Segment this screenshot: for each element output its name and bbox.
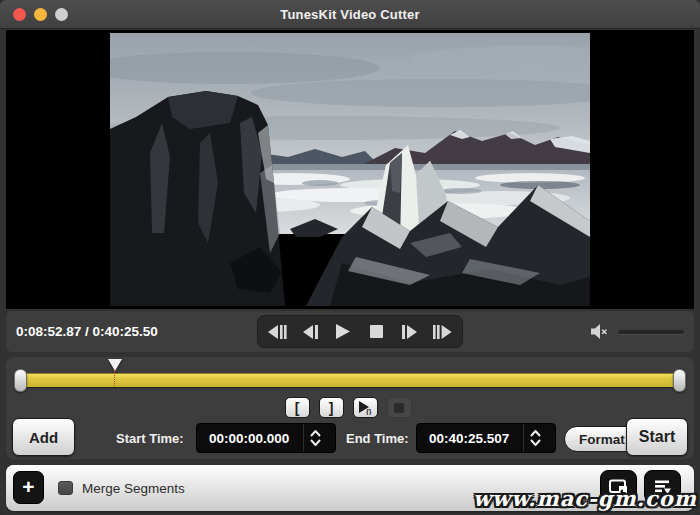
left-bracket-icon: [ [295,401,300,415]
skip-back-double-icon [268,325,287,339]
play-segment-icon: {} [357,400,373,415]
stepper-up-icon [310,430,321,437]
transport-controls [257,315,463,348]
volume-slider[interactable] [618,330,684,334]
segment-list-button[interactable] [644,470,681,503]
output-folder-icon [609,478,629,495]
skip-back-icon [303,325,318,339]
play-button[interactable] [329,319,357,345]
time-display: 0:08:52.87 / 0:40:25.50 [16,311,158,352]
window-title: TunesKit Video Cutter [280,7,420,22]
trim-start-handle[interactable] [14,369,27,392]
minimize-button[interactable] [34,8,47,21]
field-row: Add Start Time: End Time: Format Start [6,418,694,458]
video-frame[interactable] [110,33,590,306]
cut-controls: [ ] {} [4,397,692,419]
stop-square-icon [394,403,404,413]
stepper-down-icon [310,439,321,446]
play-icon [336,324,350,339]
merge-segments-label: Merge Segments [82,465,185,511]
traffic-lights [13,8,68,21]
title-bar: TunesKit Video Cutter [0,0,700,29]
trim-end-handle[interactable] [673,369,686,392]
add-segment-button[interactable]: Add [12,418,75,456]
set-start-button[interactable]: [ [285,397,310,418]
skip-forward-double-icon [433,325,452,339]
volume-controls [591,311,684,352]
start-time-label: Start Time: [116,418,184,458]
segments-bar: + Merge Segments [6,465,694,511]
set-end-button[interactable]: ] [319,397,344,418]
start-time-stepper[interactable] [303,424,327,452]
stop-icon [370,325,383,338]
stepper-down-icon [530,439,541,446]
speaker-muted-icon[interactable] [591,324,610,339]
end-time-input[interactable] [417,424,523,452]
start-time-field [196,423,336,453]
skip-forward-button[interactable] [396,319,424,345]
skip-back-button[interactable] [296,319,324,345]
preview-segment-button[interactable]: {} [353,397,378,418]
end-time-stepper[interactable] [523,424,547,452]
stop-preview-button[interactable] [387,397,412,418]
stepper-up-icon [530,430,541,437]
skip-back-double-button[interactable] [263,319,291,345]
add-segment-row-button[interactable]: + [13,471,44,504]
plus-icon: + [22,475,34,499]
skip-forward-icon [402,325,417,339]
video-stage [6,30,694,309]
edit-panel: [ ] {} Add Start Time: E [6,357,694,459]
output-folder-button[interactable] [600,470,637,503]
merge-segments-checkbox[interactable] [58,481,73,495]
start-convert-button[interactable]: Start [626,418,688,456]
close-button[interactable] [13,8,26,21]
zoom-button[interactable] [55,8,68,21]
skip-forward-double-button[interactable] [429,319,457,345]
timeline [14,363,686,395]
app-window: TunesKit Video Cutter [0,0,700,515]
segment-list-icon [654,479,672,495]
timeline-track[interactable] [20,373,680,387]
stop-button[interactable] [363,319,391,345]
start-time-input[interactable] [197,424,303,452]
playhead-line [114,370,115,386]
player-bar: 0:08:52.87 / 0:40:25.50 [6,311,694,352]
playhead-marker-icon [108,359,122,371]
end-time-label: End Time: [346,418,409,458]
end-time-field [416,423,556,453]
right-bracket-icon: ] [329,401,334,415]
svg-text:{}: {} [366,408,372,415]
